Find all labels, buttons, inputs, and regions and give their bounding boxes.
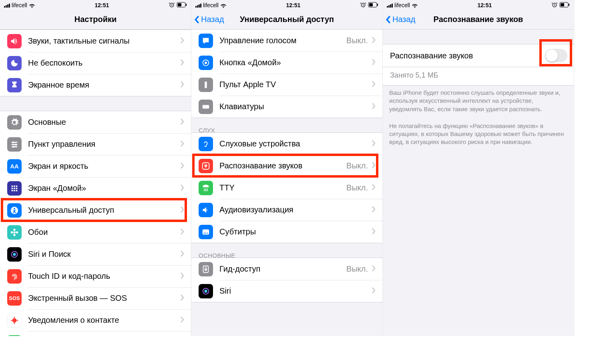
svg-rect-10 [12,185,13,187]
row-sos[interactable]: SOS Экстренный вызов — SOS [0,287,191,309]
row-home-screen[interactable]: Экран «Домой» [0,177,191,199]
svg-point-21 [13,231,16,234]
row-battery[interactable]: Аккумулятор [0,331,191,336]
row-label: Распознавание звуков [219,161,346,170]
wifi-icon [29,2,35,8]
page-title: Настройки [74,15,117,24]
row-wallpaper[interactable]: Обои [0,221,191,243]
svg-point-45 [205,188,207,190]
row-siri[interactable]: Siri и Поиск [0,243,191,265]
wifi-icon [220,2,227,8]
row-siri[interactable]: Siri [191,280,382,302]
row-exposure[interactable]: Уведомления о контакте [0,309,191,331]
toggle-label: Распознавание звуков [390,51,545,60]
row-label: Аудиовизуализация [219,205,371,214]
chevron-left-icon [194,15,200,24]
svg-point-49 [207,190,208,191]
row-label: Слуховые устройства [219,139,371,148]
row-sound-recognition[interactable]: Распознавание звуков Выкл. [191,155,382,177]
moon-icon [7,56,22,70]
row-home-button[interactable]: Кнопка «Домой» [191,52,382,74]
row-label: Пульт Apple TV [219,80,371,89]
row-detail: Выкл. [346,264,368,274]
battery-icon [559,2,570,9]
svg-point-27 [13,253,16,256]
row-label: Клавиатуры [219,102,371,111]
row-touchid[interactable]: Touch ID и код-пароль [0,265,191,287]
back-button[interactable]: Назад [194,15,224,24]
row-accessibility[interactable]: Универсальный доступ [0,199,191,221]
status-time: 12:51 [95,2,109,8]
row-label: Экстренный вызов — SOS [28,294,180,303]
row-guided-access[interactable]: Гид-доступ Выкл. [191,258,382,280]
row-appletv-remote[interactable]: Пульт Apple TV [191,74,382,96]
row-detail: Выкл. [346,183,368,192]
signal-icon [387,3,393,8]
tty-icon [199,181,213,195]
svg-rect-41 [205,81,207,88]
row-label: Siri и Поиск [28,250,180,259]
row-dnd[interactable]: Не беспокоить [0,52,191,74]
row-sound-recognition-toggle[interactable]: Распознавание звуков [383,44,574,67]
svg-rect-14 [14,188,15,189]
homegrid-icon [7,181,22,196]
footer-description-1: Ваш iPhone будет постоянно слушать опред… [383,86,574,119]
chevron-right-icon [180,81,185,90]
back-label: Назад [201,15,224,24]
carrier-label: lifecell [12,2,27,8]
row-general[interactable]: Основные [0,111,191,133]
row-voice-control[interactable]: Управление голосом Выкл. [191,30,382,52]
chevron-right-icon [180,206,185,215]
svg-point-22 [13,228,16,231]
storage-usage: Занято 5,1 МБ [383,67,574,86]
chevron-right-icon [371,162,376,170]
row-label: Экран и яркость [28,162,180,171]
svg-point-9 [13,146,15,148]
lock-icon [199,262,213,276]
row-keyboards[interactable]: Клавиатуры [191,96,382,118]
row-audio-visual[interactable]: Аудиовизуализация [191,199,382,221]
row-display[interactable]: AA Экран и яркость [0,155,191,177]
svg-point-25 [16,231,18,234]
soundwave-icon [199,159,213,173]
row-sounds[interactable]: Звуки, тактильные сигналы [0,30,191,52]
sound-recognition-content: Распознавание звуков Занято 5,1 МБ Ваш i… [383,30,574,336]
hourglass-icon [7,78,22,92]
settings-list[interactable]: Звуки, тактильные сигналы Не беспокоить … [0,30,191,336]
status-time: 12:51 [478,2,492,8]
svg-point-46 [207,188,208,190]
flower-icon [7,225,22,240]
chevron-right-icon [371,206,376,214]
chevron-right-icon [180,272,185,281]
row-screentime[interactable]: Экранное время [0,74,191,96]
accessibility-list[interactable]: Управление голосом Выкл. Кнопка «Домой» … [191,30,382,336]
row-label: Уведомления о контакте [28,316,180,325]
svg-point-7 [12,141,14,143]
svg-point-23 [13,234,16,236]
svg-rect-13 [12,188,13,189]
siri-icon [7,247,22,262]
chevron-right-icon [180,118,185,127]
svg-rect-51 [204,232,206,233]
row-hearing-devices[interactable]: Слуховые устройства [191,133,382,155]
row-control-center[interactable]: Пункт управления [0,133,191,155]
back-button[interactable]: Назад [385,15,415,24]
row-label: Не беспокоить [28,58,180,68]
svg-point-20 [14,208,15,209]
chevron-right-icon [180,250,185,259]
row-tty[interactable]: TTY Выкл. [191,177,382,199]
chevron-right-icon [371,36,376,45]
toggle-switch[interactable] [545,49,567,62]
svg-point-8 [15,144,17,146]
svg-rect-11 [14,185,15,187]
alarm-icon [360,2,366,9]
row-detail: Выкл. [346,161,368,170]
accessibility-icon [7,203,22,218]
row-label: Управление голосом [219,36,346,45]
page-title: Универсальный доступ [240,15,334,24]
alarm-icon [551,2,558,9]
svg-rect-59 [561,3,564,6]
row-subtitles[interactable]: Субтитры [191,221,382,243]
row-label: Siri [219,286,371,296]
siri-icon [199,284,213,298]
